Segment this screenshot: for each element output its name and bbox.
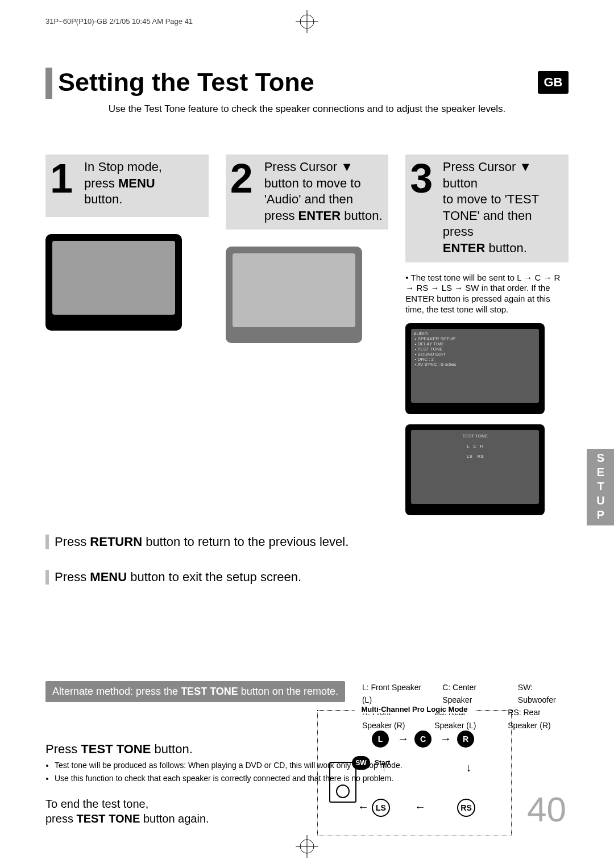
node-R: R bbox=[457, 731, 474, 748]
diagram-title: Multi-Channel Pro Logic Mode bbox=[354, 705, 474, 713]
crop-mark-bottom bbox=[296, 835, 318, 858]
speaker-flow-diagram: Multi-Channel Pro Logic Mode L → C → R S… bbox=[317, 710, 512, 836]
step-2: 2 Press Cursor ▼ button to move to 'Audi… bbox=[226, 155, 389, 515]
crop-mark-top bbox=[296, 10, 318, 33]
step-1: 1 In Stop mode, press MENU button. bbox=[45, 155, 209, 515]
intro-text: Use the Test Tone feature to check the s… bbox=[45, 103, 569, 115]
node-RS: RS bbox=[457, 799, 475, 817]
alternate-method-box: Alternate method: press the TEST TONE bu… bbox=[45, 681, 345, 702]
arrow-icon: → bbox=[440, 732, 451, 745]
node-LS: LS bbox=[372, 799, 390, 817]
step-text: In Stop mode, press MENU button. bbox=[84, 155, 167, 217]
step-number: 3 bbox=[405, 155, 443, 262]
page-title: Setting the Test Tone bbox=[58, 68, 314, 97]
arrow-icon: → bbox=[377, 763, 390, 774]
tv-osd: AUDIO • SPEAKER SETUP • DELAY TIME • TES… bbox=[405, 323, 545, 414]
tv-illustration bbox=[45, 234, 182, 331]
node-C: C bbox=[414, 731, 432, 748]
step-3: 3 Press Cursor ▼ button to move to 'TEST… bbox=[405, 155, 569, 515]
language-badge: GB bbox=[538, 71, 569, 94]
return-instruction: Press RETURN button to return to the pre… bbox=[45, 535, 569, 549]
menu-exit-instruction: Press MENU button to exit the setup scre… bbox=[45, 570, 569, 585]
arrow-icon: ← bbox=[414, 800, 426, 813]
setup-side-tab: SETUP bbox=[587, 449, 614, 525]
step3-note: • The test tone will be sent to L → C → … bbox=[405, 273, 569, 315]
step-number: 1 bbox=[45, 155, 84, 217]
step-text: Press Cursor ▼ button to move to 'TEST T… bbox=[443, 155, 569, 262]
title-accent bbox=[45, 68, 52, 99]
arrow-icon: ← bbox=[358, 800, 369, 813]
arrow-icon: → bbox=[463, 763, 476, 774]
step-text: Press Cursor ▼ button to move to 'Audio'… bbox=[264, 155, 387, 229]
subwoofer-icon bbox=[329, 762, 356, 803]
tv-osd: TEST TONEL C RLS RS bbox=[405, 424, 545, 515]
page-number: 40 bbox=[527, 789, 566, 829]
node-L: L bbox=[372, 731, 389, 748]
step-number: 2 bbox=[226, 155, 264, 229]
tv-illustration bbox=[226, 247, 362, 343]
arrow-icon: → bbox=[397, 732, 409, 745]
